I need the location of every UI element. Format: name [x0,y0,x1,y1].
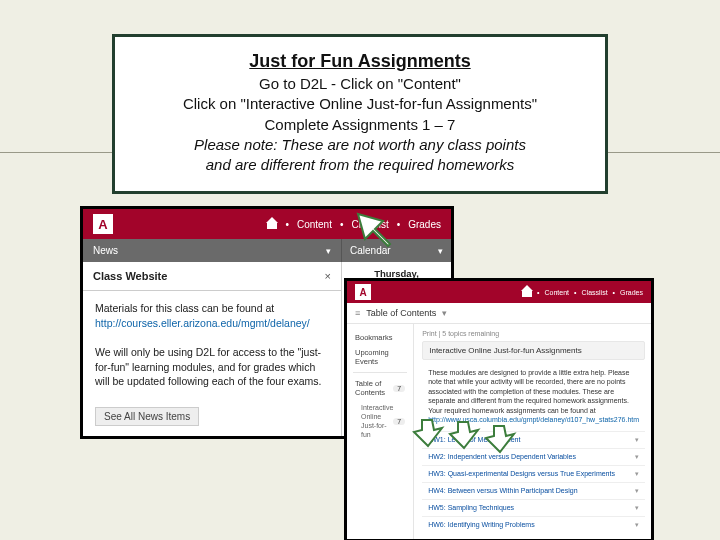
hw-row: HW2: Independent versus Dependent Variab… [422,448,645,465]
sidebar-label: Interactive Online Just-for-fun [355,403,393,439]
chevron-down-icon: ▾ [635,504,639,512]
sidebar-item-bookmarks: Bookmarks [353,330,407,345]
content-main: Print | 5 topics remaining Interactive O… [414,324,653,539]
chevron-down-icon: ▾ [442,308,447,318]
d2l-content-screenshot: • Content • Classlist • Grades ≡ Table o… [344,278,654,540]
news-header: News ▾ [83,239,341,262]
nav-separator: • [340,219,344,230]
sidebar-item-module: Interactive Online Just-for-fun 7 [353,400,407,442]
content-sidebar: Bookmarks Upcoming Events Table of Conte… [347,324,414,539]
chevron-down-icon: ▾ [438,246,443,256]
chevron-down-icon: ▾ [635,470,639,478]
count-badge: 7 [393,385,405,392]
hw-title: HW5: Sampling Techniques [428,504,514,511]
instruction-note-1: Please note: These are not worth any cla… [133,135,587,155]
ua-logo-icon [93,214,113,234]
calendar-label: Calendar [350,245,391,256]
nav-classlist: Classlist [351,219,388,230]
nav-grades: Grades [408,219,441,230]
chevron-down-icon: ▾ [635,453,639,461]
see-all-wrap: See All News Items [83,403,341,436]
hw-title: HW1: Levels of Measurement [428,436,520,443]
content-crumb: Print | 5 topics remaining [422,330,645,337]
nav-content: Content [545,289,570,296]
hw-row: HW6: Identifying Writing Problems▾ [422,516,645,533]
instruction-title: Just for Fun Assignments [133,51,587,72]
home-icon [267,219,277,229]
news-link: http://courses.eller.arizona.edu/mgmt/de… [95,316,329,331]
chevron-down-icon: ▾ [635,487,639,495]
close-icon: × [325,270,331,282]
chevron-down-icon: ▾ [635,436,639,444]
instruction-line-1: Go to D2L - Click on "Content" [133,74,587,94]
instruction-line-2: Click on "Interactive Online Just-for-fu… [133,94,587,114]
hw-title: HW4: Between versus Within Participant D… [428,487,577,494]
topbar: • Content • Classlist • Grades [347,281,651,303]
news-body: Materials for this class can be found at… [83,291,341,403]
calendar-header: Calendar ▾ [341,239,451,262]
hw-title: HW6: Identifying Writing Problems [428,521,534,528]
sidebar-item-upcoming: Upcoming Events [353,345,407,369]
sidebar-label: Upcoming Events [355,348,405,366]
class-website-bar: Class Website × [83,262,341,291]
module-description-text: These modules are designed to provide a … [428,369,629,414]
instruction-box: Just for Fun Assignments Go to D2L - Cli… [112,34,608,194]
topbar-nav: • Content • Classlist • Grades [267,219,441,230]
nav-separator: • [537,289,539,296]
news-text-1: Materials for this class can be found at [95,301,329,316]
menu-icon: ≡ [355,308,360,318]
module-description-link: http://www.usca.columbia.edu/gmpt/delane… [428,415,639,424]
news-column: Class Website × Materials for this class… [83,262,341,436]
nav-separator: • [613,289,615,296]
module-heading: Interactive Online Just-for-fun Assignme… [422,341,645,360]
nav-separator: • [574,289,576,296]
instruction-line-3: Complete Assignments 1 – 7 [133,115,587,135]
hw-row: HW3: Quasi-experimental Designs versus T… [422,465,645,482]
chevron-down-icon: ▾ [635,521,639,529]
ua-logo-icon [355,284,371,300]
news-label: News [93,245,118,256]
home-icon [522,287,532,297]
nav-separator: • [285,219,289,230]
nav-separator: • [397,219,401,230]
instruction-note-2: and are different from the required home… [133,155,587,175]
hw-title: HW2: Independent versus Dependent Variab… [428,453,576,460]
chevron-down-icon: ▾ [326,246,331,256]
count-badge: 7 [393,418,405,425]
hw-row: HW1: Levels of Measurement▾ [422,431,645,448]
news-text-2: We will only be using D2L for access to … [95,345,329,389]
nav-classlist: Classlist [582,289,608,296]
toc-label: Table of Contents [366,308,436,318]
topbar-nav: • Content • Classlist • Grades [522,287,643,297]
hw-title: HW3: Quasi-experimental Designs versus T… [428,470,615,477]
sidebar-item-toc: Table of Contents 7 [353,376,407,400]
nav-content: Content [297,219,332,230]
topbar: • Content • Classlist • Grades [83,209,451,239]
class-website-title: Class Website [93,270,167,282]
sidebar-divider [353,372,407,373]
section-header-row: News ▾ Calendar ▾ [83,239,451,262]
toc-row: ≡ Table of Contents ▾ [347,303,651,324]
see-all-button: See All News Items [95,407,199,426]
hw-row: HW4: Between versus Within Participant D… [422,482,645,499]
content-body: Bookmarks Upcoming Events Table of Conte… [347,324,651,539]
nav-grades: Grades [620,289,643,296]
hw-row: HW5: Sampling Techniques▾ [422,499,645,516]
sidebar-label: Table of Contents [355,379,393,397]
module-description: These modules are designed to provide a … [422,364,645,431]
sidebar-label: Bookmarks [355,333,393,342]
